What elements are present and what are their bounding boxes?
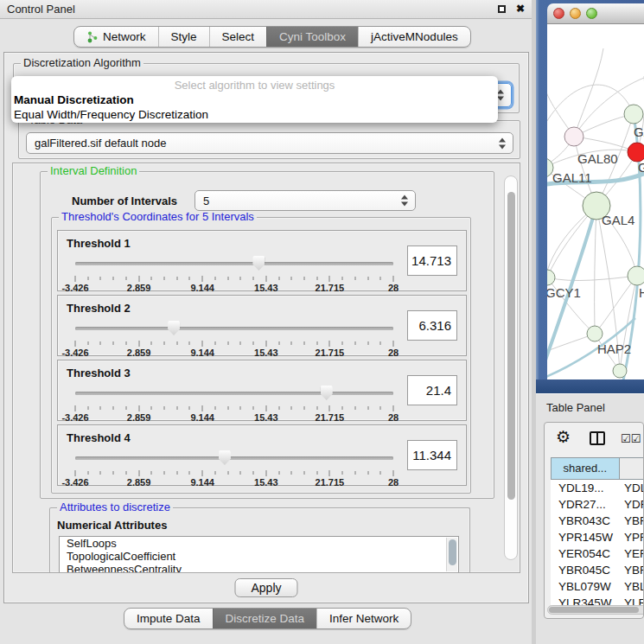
tick-label: 15.43 [254, 348, 278, 358]
tab-style[interactable]: Style [158, 27, 209, 47]
slider-track[interactable] [75, 327, 393, 330]
tick-mark [100, 277, 101, 280]
tick-mark [113, 277, 114, 280]
tab-jactivemnodules[interactable]: jActiveMNodules [358, 27, 470, 47]
threshold-value-box[interactable]: 6.316 [407, 310, 457, 341]
list-item-topologicalcoefficient[interactable]: TopologicalCoefficient [60, 550, 458, 563]
table-row[interactable]: YER054CYER0 [551, 545, 644, 562]
tick-mark [138, 276, 139, 282]
tick-mark [189, 406, 190, 410]
tab-infer-network[interactable]: Infer Network [316, 609, 411, 628]
table-cell: YBR0 [619, 513, 644, 529]
scrollbar-thumb[interactable] [549, 607, 639, 613]
threshold-label: Threshold 3 [67, 367, 131, 379]
num-intervals-combobox[interactable]: 5 [194, 190, 416, 211]
threshold-slider[interactable]: -3.4262.8599.14415.4321.71528 [75, 383, 393, 421]
slider-handle[interactable] [321, 386, 333, 400]
algorithm-dropdown-popup: Select algorithm to view settings Manual… [11, 76, 498, 123]
popup-option-manual[interactable]: Manual Discretization [11, 92, 498, 107]
select-columns-checkboxes-icon[interactable]: ☑☑ [621, 432, 641, 445]
slider-track[interactable] [75, 262, 393, 265]
close-traffic-light-icon[interactable] [553, 8, 564, 19]
tab-label: Cyni Toolbox [279, 30, 346, 43]
slider-tick-labels: -3.4262.8599.14415.4321.71528 [75, 283, 393, 293]
column-header-2[interactable]: na [620, 458, 644, 479]
tab-cyni-toolbox[interactable]: Cyni Toolbox [266, 27, 358, 47]
table-row[interactable]: YPR145WYPR1 [551, 529, 644, 545]
tick-label: -3.426 [61, 477, 88, 488]
close-icon[interactable]: ✖ [516, 3, 525, 15]
tab-select[interactable]: Select [209, 27, 267, 47]
minimize-traffic-light-icon[interactable] [570, 8, 581, 19]
float-window-icon[interactable] [498, 5, 506, 13]
node-label: GAL80 [577, 151, 618, 166]
tab-label: Select [222, 30, 255, 43]
table-row[interactable]: YBR043CYBR0 [551, 513, 644, 529]
threshold-slider[interactable]: -3.4262.8599.14415.4321.71528 [75, 253, 393, 291]
tab-label: Style [171, 30, 197, 43]
table-row[interactable]: YDR27...YDR2 [551, 496, 644, 513]
network-node-gal80[interactable] [564, 127, 583, 146]
zoom-traffic-light-icon[interactable] [586, 8, 597, 19]
table-horizontal-scrollbar[interactable] [547, 605, 644, 615]
threshold-value-box[interactable]: 14.713 [407, 245, 457, 276]
gear-icon[interactable]: ⚙ [556, 428, 571, 447]
tick-mark [316, 341, 317, 345]
threshold-value-box[interactable]: 21.4 [407, 375, 457, 405]
tick-mark [393, 276, 394, 282]
column-header-1[interactable]: shared... [552, 458, 620, 479]
list-item-selfloops[interactable]: SelfLoops [60, 537, 458, 550]
slider-tick-labels: -3.4262.8599.14415.4321.71528 [75, 412, 393, 423]
settings-scroll-area: Interval Definition Number of Intervals … [12, 163, 520, 573]
slider-handle[interactable] [219, 450, 231, 465]
table-row[interactable]: YBR045CYBR0 [551, 562, 644, 578]
network-node[interactable] [613, 364, 627, 378]
network-node-g[interactable] [628, 143, 644, 162]
thresholds-title: Threshold's Coordinates for 5 Intervals [59, 211, 257, 223]
network-node-hap2[interactable] [587, 326, 603, 341]
tick-mark [291, 406, 292, 410]
tick-label: 21.715 [316, 412, 345, 423]
threshold-slider[interactable]: -3.4262.8599.14415.4321.71528 [75, 448, 393, 486]
network-node-h[interactable] [628, 266, 644, 285]
tick-mark [393, 341, 394, 347]
network-node-gal8[interactable] [624, 105, 643, 124]
column-layout-icon[interactable] [590, 431, 605, 445]
attributes-list-scrollbar[interactable] [446, 538, 457, 571]
network-node-gcy1[interactable] [547, 270, 555, 285]
scrollbar-thumb[interactable] [507, 192, 515, 500]
tick-mark [151, 406, 152, 410]
slider-handle[interactable] [252, 256, 265, 271]
tick-label: -3.426 [61, 348, 88, 358]
tick-mark [138, 405, 139, 411]
tick-mark [164, 471, 165, 475]
tick-mark [164, 277, 165, 280]
network-window-titlebar[interactable] [547, 3, 644, 24]
slider-ticks [75, 276, 393, 283]
tab-impute-data[interactable]: Impute Data [124, 609, 213, 628]
list-item-betweennesscentrality[interactable]: BetweennessCentrality [60, 563, 458, 573]
scrollbar-thumb[interactable] [449, 539, 456, 565]
table-row[interactable]: YDL19...YDL1 [551, 480, 644, 496]
network-canvas[interactable]: GAL80GAL8GGAL11GAL4GCY1HHAP2 [547, 24, 644, 380]
threshold-slider[interactable]: -3.4262.8599.14415.4321.71528 [75, 318, 393, 356]
control-panel-titlebar: Control Panel ✖ [0, 0, 532, 19]
table-data-combobox[interactable]: galFiltered.sif default node [26, 132, 513, 154]
tick-mark [342, 471, 343, 475]
settings-vertical-scrollbar[interactable] [504, 175, 518, 560]
tick-mark [278, 406, 279, 410]
threshold-card-2: Threshold 2-3.4262.8599.14415.4321.71528… [57, 295, 467, 356]
tab-network[interactable]: Network [74, 27, 158, 47]
apply-button[interactable]: Apply [234, 578, 297, 597]
slider-track[interactable] [75, 456, 393, 460]
slider-handle[interactable] [168, 321, 180, 335]
tab-label: Discretize Data [226, 612, 305, 625]
popup-option-equal-width[interactable]: Equal Width/Frequency Discretization [11, 107, 498, 122]
tick-mark [75, 341, 76, 347]
numerical-attributes-list[interactable]: SelfLoopsTopologicalCoefficientBetweenne… [59, 536, 459, 573]
tab-discretize-data[interactable]: Discretize Data [213, 609, 317, 628]
table-row[interactable]: YBL079WYBL0 [551, 578, 644, 595]
tab-label: Impute Data [137, 612, 201, 625]
slider-track[interactable] [75, 392, 393, 395]
threshold-value-box[interactable]: 11.344 [407, 440, 457, 470]
